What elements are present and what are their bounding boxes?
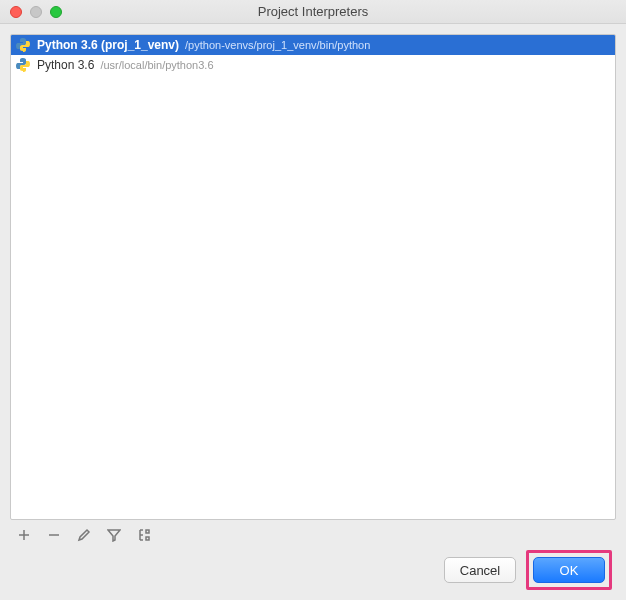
cancel-button[interactable]: Cancel [444, 557, 516, 583]
pencil-icon [77, 528, 91, 542]
python-icon [15, 57, 31, 73]
tree-icon [137, 528, 151, 542]
plus-icon [17, 528, 31, 542]
ok-button[interactable]: OK [533, 557, 605, 583]
dialog-footer: Cancel OK [0, 550, 626, 600]
interpreter-name: Python 3.6 [37, 58, 94, 72]
edit-button[interactable] [76, 527, 92, 543]
funnel-icon [107, 528, 121, 542]
interpreter-path: /python-venvs/proj_1_venv/bin/python [185, 39, 370, 51]
content-area: Python 3.6 (proj_1_venv) /python-venvs/p… [0, 24, 626, 550]
filter-button[interactable] [106, 527, 122, 543]
interpreter-name: Python 3.6 (proj_1_venv) [37, 38, 179, 52]
python-icon [15, 37, 31, 53]
interpreter-list[interactable]: Python 3.6 (proj_1_venv) /python-venvs/p… [10, 34, 616, 520]
dialog-window: Project Interpreters Python 3.6 (proj_1_… [0, 0, 626, 600]
interpreter-row[interactable]: Python 3.6 /usr/local/bin/python3.6 [11, 55, 615, 75]
list-toolbar [10, 520, 616, 550]
interpreter-path: /usr/local/bin/python3.6 [100, 59, 213, 71]
show-paths-button[interactable] [136, 527, 152, 543]
window-title: Project Interpreters [0, 4, 626, 19]
remove-button[interactable] [46, 527, 62, 543]
add-button[interactable] [16, 527, 32, 543]
ok-highlight: OK [526, 550, 612, 590]
titlebar: Project Interpreters [0, 0, 626, 24]
interpreter-row[interactable]: Python 3.6 (proj_1_venv) /python-venvs/p… [11, 35, 615, 55]
minus-icon [47, 528, 61, 542]
